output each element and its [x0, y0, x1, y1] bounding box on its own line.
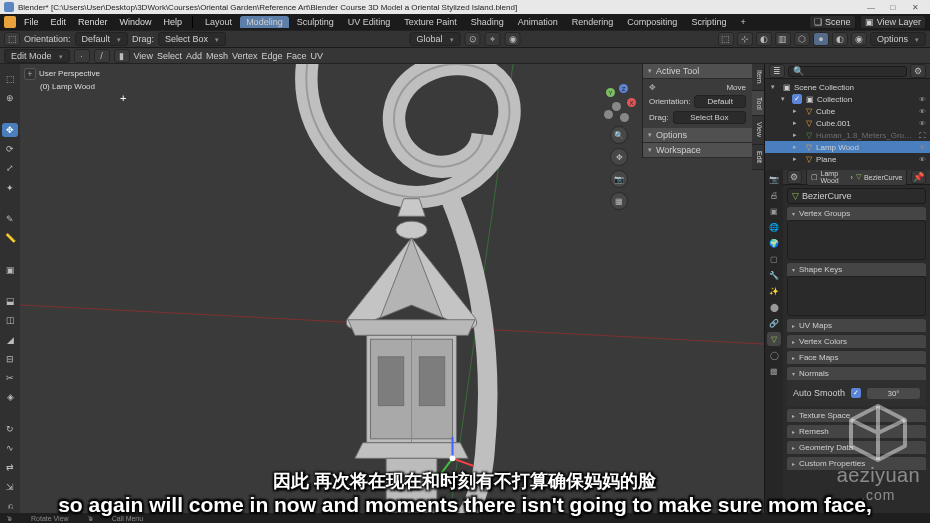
ntab-tool[interactable]: Tool: [752, 91, 764, 117]
ptab-texture[interactable]: ▩: [767, 364, 781, 378]
pan-button[interactable]: ✥: [610, 148, 628, 166]
tool-shrink[interactable]: ⇲: [2, 479, 18, 493]
npanel-drag-dropdown[interactable]: Select Box: [673, 111, 746, 124]
mesh-visibility-icon[interactable]: ⬚: [718, 32, 734, 46]
auto-smooth-checkbox[interactable]: [851, 388, 861, 398]
vertex-groups-list[interactable]: [787, 220, 926, 260]
viewport-3d[interactable]: + User Perspective (0) Lamp Wood + Activ…: [20, 64, 764, 513]
auto-smooth-angle-field[interactable]: 30°: [867, 388, 920, 399]
nav-gizmo[interactable]: X Y Z: [602, 88, 636, 122]
tool-select-box[interactable]: ⬚: [2, 72, 18, 86]
mesh-name-field[interactable]: ▽ BezierCurve: [787, 188, 926, 204]
outliner-search[interactable]: 🔍: [788, 66, 907, 77]
add-menu[interactable]: Add: [186, 51, 202, 61]
edge-select-icon[interactable]: /: [94, 49, 110, 63]
eye-icon[interactable]: 👁: [919, 144, 926, 151]
pivot-icon[interactable]: ⊙: [465, 32, 481, 46]
ptab-constraints[interactable]: 🔗: [767, 316, 781, 330]
shading-rendered-icon[interactable]: ◉: [851, 32, 867, 46]
outliner-editor-icon[interactable]: ≣: [769, 64, 785, 78]
close-button[interactable]: ✕: [904, 3, 926, 12]
ptab-scene[interactable]: 🌐: [767, 220, 781, 234]
proportional-icon[interactable]: ◉: [505, 32, 521, 46]
view-layer-field[interactable]: ▣ View Layer: [860, 15, 926, 29]
eye-icon[interactable]: 👁: [919, 120, 926, 127]
section-header[interactable]: UV Maps: [787, 319, 926, 332]
gizmo-icon[interactable]: ⊹: [737, 32, 753, 46]
tool-bevel[interactable]: ◢: [2, 332, 18, 346]
face-menu[interactable]: Face: [286, 51, 306, 61]
maximize-button[interactable]: □: [882, 3, 904, 12]
tool-spin[interactable]: ↻: [2, 422, 18, 436]
tab-add[interactable]: +: [734, 16, 751, 28]
outliner-row[interactable]: ▸▽Plane👁: [765, 153, 930, 165]
outliner-row[interactable]: ▾▣Collection👁: [765, 93, 930, 105]
tool-scale[interactable]: ⤢: [2, 161, 18, 175]
section-header[interactable]: Texture Space: [787, 409, 926, 422]
tab-texture-paint[interactable]: Texture Paint: [398, 16, 463, 28]
outliner-row[interactable]: ▸▽Cube.001👁: [765, 117, 930, 129]
ptab-modifiers[interactable]: 🔧: [767, 268, 781, 282]
tool-polybuild[interactable]: ◈: [2, 390, 18, 404]
npanel-workspace-header[interactable]: Workspace: [643, 143, 752, 158]
tool-inset[interactable]: ◫: [2, 313, 18, 327]
transform-orientation-dropdown[interactable]: Global: [409, 32, 460, 46]
section-header[interactable]: Normals: [787, 367, 926, 380]
tool-loopcut[interactable]: ⊟: [2, 352, 18, 366]
eye-icon[interactable]: 👁: [919, 156, 926, 163]
ptab-view-layer[interactable]: ▣: [767, 204, 781, 218]
tool-smooth[interactable]: ∿: [2, 441, 18, 455]
tab-uv-editing[interactable]: UV Editing: [342, 16, 397, 28]
tool-extrude[interactable]: ⬓: [2, 294, 18, 308]
minimize-button[interactable]: —: [860, 3, 882, 12]
npanel-orientation-dropdown[interactable]: Default: [694, 95, 746, 108]
ptab-physics[interactable]: ⬤: [767, 300, 781, 314]
section-header[interactable]: Shape Keys: [787, 263, 926, 276]
face-select-icon[interactable]: ▮: [114, 49, 130, 63]
ntab-edit[interactable]: Edit: [752, 145, 764, 170]
outliner-row[interactable]: ▾▣Scene Collection: [765, 81, 930, 93]
tab-compositing[interactable]: Compositing: [621, 16, 683, 28]
drag-dropdown[interactable]: Select Box: [158, 32, 226, 46]
shading-material-icon[interactable]: ◐: [832, 32, 848, 46]
menu-render[interactable]: Render: [74, 17, 112, 27]
ptab-world[interactable]: 🌍: [767, 236, 781, 250]
tab-rendering[interactable]: Rendering: [566, 16, 620, 28]
options-dropdown[interactable]: Options: [870, 32, 926, 46]
mode-dropdown[interactable]: Edit Mode: [4, 49, 70, 63]
tool-annotate[interactable]: ✎: [2, 212, 18, 226]
eye-icon[interactable]: 👁: [919, 96, 926, 103]
outliner-filter-icon[interactable]: ⚙: [910, 64, 926, 78]
menu-window[interactable]: Window: [116, 17, 156, 27]
tab-scripting[interactable]: Scripting: [685, 16, 732, 28]
uv-menu[interactable]: UV: [311, 51, 324, 61]
eye-hidden-icon[interactable]: ⛶: [919, 132, 926, 139]
shading-wireframe-icon[interactable]: ⬡: [794, 32, 810, 46]
tool-rotate[interactable]: ⟳: [2, 142, 18, 156]
menu-edit[interactable]: Edit: [47, 17, 71, 27]
npanel-active-tool-header[interactable]: Active Tool: [643, 64, 752, 79]
tab-modeling[interactable]: Modeling: [240, 16, 289, 28]
tab-shading[interactable]: Shading: [465, 16, 510, 28]
outliner-row[interactable]: ▸▽Cube👁: [765, 105, 930, 117]
ptab-render[interactable]: 📷: [767, 172, 781, 186]
viewport-expand-button[interactable]: +: [24, 68, 36, 80]
tool-knife[interactable]: ✂: [2, 371, 18, 385]
tool-move[interactable]: ✥: [2, 123, 18, 137]
properties-editor-icon[interactable]: ⚙: [787, 170, 802, 184]
menu-file[interactable]: File: [20, 17, 43, 27]
snap-icon[interactable]: ⌖: [485, 32, 501, 46]
outliner-search-input[interactable]: [807, 66, 902, 77]
vertex-menu[interactable]: Vertex: [232, 51, 258, 61]
tab-animation[interactable]: Animation: [512, 16, 564, 28]
overlay-icon[interactable]: ◐: [756, 32, 772, 46]
perspective-button[interactable]: ▦: [610, 192, 628, 210]
tool-measure[interactable]: 📏: [2, 231, 18, 245]
tab-sculpting[interactable]: Sculpting: [291, 16, 340, 28]
editor-type-icon[interactable]: ⬚: [4, 32, 20, 46]
edge-menu[interactable]: Edge: [261, 51, 282, 61]
shading-solid-icon[interactable]: ●: [813, 32, 829, 46]
eye-icon[interactable]: 👁: [919, 108, 926, 115]
outliner-row[interactable]: ▸▽Human_1.8_Meters_Group1⛶: [765, 129, 930, 141]
xray-icon[interactable]: ▥: [775, 32, 791, 46]
